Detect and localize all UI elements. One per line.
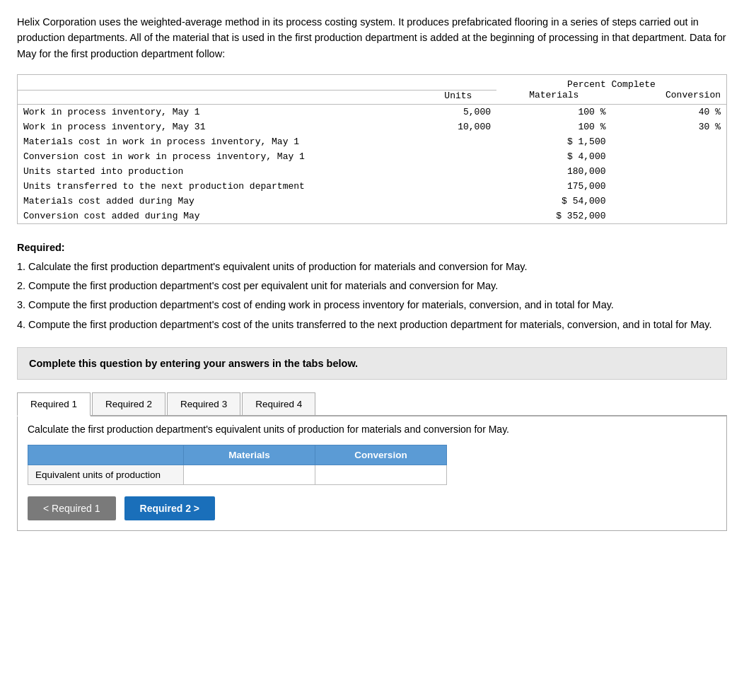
table-cell-materials: 175,000 bbox=[496, 179, 611, 194]
table-row: Units started into production180,000 bbox=[18, 164, 726, 179]
tab-required-4[interactable]: Required 4 bbox=[242, 392, 315, 415]
table-cell-conversion bbox=[611, 164, 726, 179]
table-cell-units bbox=[420, 149, 496, 164]
table-cell-materials: $ 4,000 bbox=[496, 149, 611, 164]
table-cell-label: Work in process inventory, May 31 bbox=[18, 119, 420, 134]
table-cell-label: Materials cost added during May bbox=[18, 194, 420, 209]
intro-paragraph: Helix Corporation uses the weighted-aver… bbox=[17, 14, 727, 62]
table-cell-label: Conversion cost in work in process inven… bbox=[18, 149, 420, 164]
table-row: Work in process inventory, May 3110,0001… bbox=[18, 119, 726, 134]
required-section: Required: 1. Calculate the first product… bbox=[17, 240, 727, 333]
answer-table-row: Equivalent units of production bbox=[28, 465, 447, 484]
th-percent-complete: Percent Complete bbox=[496, 75, 726, 90]
table-row: Materials cost added during May$ 54,000 bbox=[18, 194, 726, 209]
tabs-row: Required 1Required 2Required 3Required 4 bbox=[17, 392, 727, 416]
table-cell-materials: 100 % bbox=[496, 119, 611, 134]
next-button[interactable]: Required 2 > bbox=[124, 496, 215, 520]
table-cell-units bbox=[420, 164, 496, 179]
answer-conversion-input[interactable] bbox=[315, 465, 446, 484]
complete-box: Complete this question by entering your … bbox=[17, 347, 727, 380]
data-table: Percent Complete Units Materials Convers… bbox=[18, 75, 726, 223]
table-row: Units transferred to the next production… bbox=[18, 179, 726, 194]
table-cell-units: 10,000 bbox=[420, 119, 496, 134]
table-cell-materials: $ 1,500 bbox=[496, 134, 611, 149]
tab-required-3[interactable]: Required 3 bbox=[167, 392, 240, 415]
table-cell-materials: $ 352,000 bbox=[496, 209, 611, 223]
table-row: Materials cost in work in process invent… bbox=[18, 134, 726, 149]
table-cell-units: 5,000 bbox=[420, 104, 496, 119]
answer-row-label: Equivalent units of production bbox=[28, 465, 184, 484]
prev-button[interactable]: < Required 1 bbox=[28, 496, 116, 520]
answer-th-materials: Materials bbox=[184, 445, 315, 465]
th-blank bbox=[18, 75, 420, 90]
answer-materials-input-cell[interactable] bbox=[184, 465, 315, 484]
table-cell-conversion bbox=[611, 149, 726, 164]
data-table-wrapper: Percent Complete Units Materials Convers… bbox=[17, 74, 727, 224]
table-cell-label: Conversion cost added during May bbox=[18, 209, 420, 223]
required-item: 4. Compute the first production departme… bbox=[17, 317, 727, 333]
table-cell-materials: $ 54,000 bbox=[496, 194, 611, 209]
table-row: Conversion cost added during May$ 352,00… bbox=[18, 209, 726, 223]
table-cell-units bbox=[420, 194, 496, 209]
tab-description: Calculate the first production departmen… bbox=[28, 424, 716, 435]
required-item: 2. Compute the first production departme… bbox=[17, 278, 727, 294]
required-title: Required: bbox=[17, 242, 65, 253]
th-units-blank bbox=[420, 75, 496, 90]
table-row: Conversion cost in work in process inven… bbox=[18, 149, 726, 164]
table-cell-units bbox=[420, 134, 496, 149]
th-label-header bbox=[18, 90, 420, 104]
th-conversion-header: Conversion bbox=[611, 90, 726, 104]
table-cell-conversion bbox=[611, 134, 726, 149]
table-cell-materials: 100 % bbox=[496, 104, 611, 119]
tab-content-area: Calculate the first production departmen… bbox=[17, 416, 727, 531]
table-cell-units bbox=[420, 179, 496, 194]
answer-th-blank bbox=[28, 445, 184, 465]
answer-table-wrapper: MaterialsConversion Equivalent units of … bbox=[28, 445, 716, 485]
required-item: 3. Compute the first production departme… bbox=[17, 297, 727, 313]
table-cell-conversion bbox=[611, 179, 726, 194]
th-materials-header: Materials bbox=[496, 90, 611, 104]
table-cell-label: Units transferred to the next production… bbox=[18, 179, 420, 194]
table-cell-units bbox=[420, 209, 496, 223]
table-cell-conversion bbox=[611, 209, 726, 223]
answer-conversion-input-cell[interactable] bbox=[315, 465, 447, 484]
table-cell-label: Work in process inventory, May 1 bbox=[18, 104, 420, 119]
nav-buttons: < Required 1 Required 2 > bbox=[28, 496, 716, 520]
table-cell-materials: 180,000 bbox=[496, 164, 611, 179]
answer-table: MaterialsConversion Equivalent units of … bbox=[28, 445, 447, 485]
table-cell-conversion: 30 % bbox=[611, 119, 726, 134]
tab-required-2[interactable]: Required 2 bbox=[92, 392, 165, 415]
table-cell-label: Materials cost in work in process invent… bbox=[18, 134, 420, 149]
table-row: Work in process inventory, May 15,000100… bbox=[18, 104, 726, 119]
answer-th-conversion: Conversion bbox=[315, 445, 447, 465]
table-cell-label: Units started into production bbox=[18, 164, 420, 179]
required-item: 1. Calculate the first production depart… bbox=[17, 259, 727, 275]
tab-required-1[interactable]: Required 1 bbox=[17, 392, 91, 416]
answer-materials-input[interactable] bbox=[184, 465, 315, 484]
table-cell-conversion: 40 % bbox=[611, 104, 726, 119]
th-units-header: Units bbox=[420, 90, 496, 104]
table-cell-conversion bbox=[611, 194, 726, 209]
